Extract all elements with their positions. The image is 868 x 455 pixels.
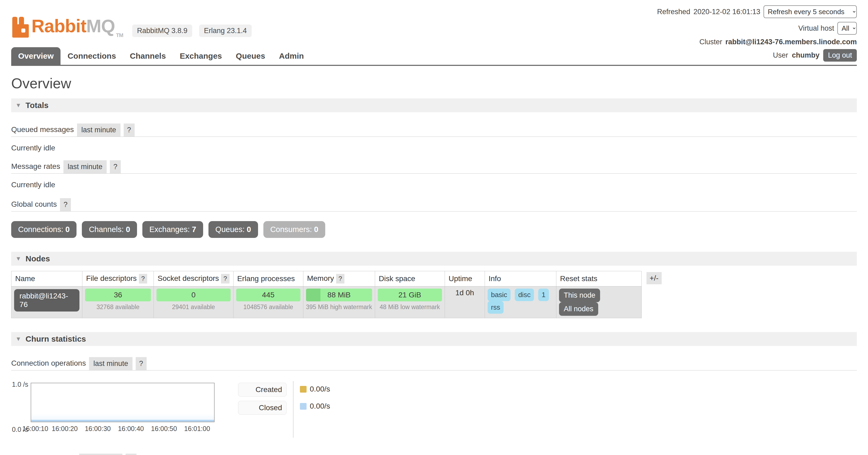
rabbitmq-logo[interactable]: RabbitMQTM RabbitMQ 3.8.9 Erlang 23.1.4 <box>11 8 252 46</box>
erlang-processes-bar: 445 <box>236 289 301 301</box>
x-tick: 16:00:10 <box>22 425 48 433</box>
virtual-host-select[interactable]: All <box>837 22 857 35</box>
x-tick: 16:00:50 <box>151 425 177 433</box>
connection-ops-plot-area <box>31 383 215 422</box>
connection-operations-chart: 1.0 /s 0.0 /s 16:00:10 16:00:20 16:00:30… <box>11 383 857 438</box>
connections-count-value: 0 <box>65 225 69 234</box>
created-swatch-icon <box>300 386 307 393</box>
disk-space-cell: 21 GiB 48 MiB low watermark <box>375 286 445 318</box>
queues-count-button[interactable]: Queues:0 <box>209 221 258 238</box>
connection-ops-x-axis: 16:00:10 16:00:20 16:00:30 16:00:40 16:0… <box>31 425 215 434</box>
cluster-label: Cluster <box>699 38 722 46</box>
memory-watermark: 395 MiB high watermark <box>306 301 372 311</box>
churn-section-header[interactable]: ▼ Churn statistics <box>11 332 857 346</box>
channel-ops-help-icon[interactable]: ? <box>126 454 136 455</box>
memory-help-icon[interactable]: ? <box>336 274 344 283</box>
closed-series-line <box>31 420 214 422</box>
created-rate-value: 0.00/s <box>310 385 330 393</box>
totals-section-header[interactable]: ▼ Totals <box>11 98 857 112</box>
socket-descriptors-available: 29401 available <box>156 301 230 311</box>
exchanges-count-button[interactable]: Exchanges:7 <box>142 221 203 238</box>
nodes-section-header[interactable]: ▼ Nodes <box>11 252 857 266</box>
memory-bar: 88 MiB <box>306 289 372 301</box>
x-tick: 16:00:40 <box>118 425 144 433</box>
file-descriptors-help-icon[interactable]: ? <box>139 274 147 283</box>
tab-admin[interactable]: Admin <box>272 47 311 65</box>
queued-messages-row: Queued messages last minute ? <box>11 123 857 137</box>
consumers-count-button[interactable]: Consumers:0 <box>264 221 325 238</box>
rates-last-minute-chip[interactable]: last minute <box>63 160 107 173</box>
rates-help-icon[interactable]: ? <box>110 160 121 173</box>
queues-count-label: Queues: <box>215 225 245 234</box>
legend-divider <box>293 381 293 438</box>
connection-ops-help-icon[interactable]: ? <box>136 357 147 370</box>
virtual-host-label: Virtual host <box>798 25 834 32</box>
rabbitmq-logo-icon <box>11 16 29 38</box>
collapse-triangle-icon: ▼ <box>16 335 21 342</box>
tab-connections[interactable]: Connections <box>61 47 123 65</box>
collapse-triangle-icon: ▼ <box>16 255 21 262</box>
reset-this-node-button[interactable]: This node <box>559 289 600 302</box>
channels-count-label: Channels: <box>89 225 124 234</box>
nodes-table-wrap: Name File descriptors? Socket descriptor… <box>11 271 857 318</box>
top-bar: RabbitMQTM RabbitMQ 3.8.9 Erlang 23.1.4 … <box>0 0 868 46</box>
connections-count-label: Connections: <box>18 225 63 234</box>
legend-created-button[interactable]: Created <box>238 383 286 397</box>
refreshed-line: Refreshed 2020-12-02 16:01:13 Refresh ev… <box>657 5 857 18</box>
logo-text-mq: MQ <box>86 16 115 36</box>
rabbitmq-logo-text: RabbitMQTM <box>31 16 123 38</box>
closed-rate-row: 0.00/s <box>300 400 330 413</box>
col-name: Name <box>11 271 82 286</box>
tab-queues[interactable]: Queues <box>229 47 272 65</box>
logout-button[interactable]: Log out <box>823 49 857 62</box>
connection-ops-legend: Created Closed 0.00/s 0.00/s <box>238 383 330 438</box>
memory-cell: 88 MiB 395 MiB high watermark <box>303 286 375 318</box>
node-name-badge[interactable]: rabbit@li1243-76 <box>14 289 80 311</box>
socket-descriptors-help-icon[interactable]: ? <box>221 274 229 283</box>
queues-count-value: 0 <box>247 225 251 234</box>
refreshed-label: Refreshed <box>657 8 690 16</box>
node-name-cell: rabbit@li1243-76 <box>11 286 82 318</box>
file-descriptors-cell: 36 32768 available <box>82 286 154 318</box>
column-toggle-button[interactable]: +/- <box>647 272 662 284</box>
page-title: Overview <box>11 75 857 91</box>
y-axis-max-label: 1.0 /s <box>11 381 28 388</box>
queued-idle-text: Currently idle <box>11 144 857 152</box>
consumers-count-label: Consumers: <box>270 225 312 234</box>
connections-count-button[interactable]: Connections:0 <box>11 221 76 238</box>
nodes-table: Name File descriptors? Socket descriptor… <box>11 271 642 318</box>
global-counts-label: Global counts <box>11 200 57 211</box>
totals-section-title: Totals <box>26 101 49 110</box>
version-badges: RabbitMQ 3.8.9 Erlang 23.1.4 <box>132 25 252 37</box>
queued-help-icon[interactable]: ? <box>124 123 135 136</box>
closed-rate-value: 0.00/s <box>310 402 330 411</box>
tab-exchanges[interactable]: Exchanges <box>173 47 229 65</box>
connection-ops-plot: 1.0 /s 0.0 /s 16:00:10 16:00:20 16:00:30… <box>11 383 215 438</box>
consumers-count-value: 0 <box>314 225 318 234</box>
x-tick: 16:01:00 <box>184 425 210 433</box>
tab-overview[interactable]: Overview <box>11 47 61 65</box>
churn-section-title: Churn statistics <box>26 334 86 343</box>
x-tick: 16:00:20 <box>52 425 78 433</box>
refresh-interval-select[interactable]: Refresh every 5 seconds <box>764 5 857 18</box>
tab-channels[interactable]: Channels <box>123 47 173 65</box>
channels-count-button[interactable]: Channels:0 <box>82 221 137 238</box>
node-row: rabbit@li1243-76 36 32768 available 0 29… <box>11 286 642 318</box>
reset-stats-cell: This node All nodes <box>556 286 642 318</box>
col-disk-space: Disk space <box>375 271 445 286</box>
channel-ops-last-minute-chip[interactable]: last minute <box>79 454 123 455</box>
legend-closed-button[interactable]: Closed <box>238 401 286 415</box>
file-descriptors-bar: 36 <box>85 289 151 301</box>
col-erlang-processes: Erlang processes <box>233 271 303 286</box>
refreshed-timestamp: 2020-12-02 16:01:13 <box>693 8 760 16</box>
rabbitmq-version-badge: RabbitMQ 3.8.9 <box>132 25 192 37</box>
erlang-processes-cell: 445 1048576 available <box>233 286 303 318</box>
connection-ops-last-minute-chip[interactable]: last minute <box>89 357 132 370</box>
message-rates-label: Message rates <box>11 162 60 173</box>
queued-last-minute-chip[interactable]: last minute <box>77 123 121 136</box>
erlang-version-badge: Erlang 23.1.4 <box>199 25 252 37</box>
col-socket-descriptors: Socket descriptors? <box>154 271 234 286</box>
logo-text-rabbit: Rabbit <box>31 16 86 36</box>
reset-all-nodes-button[interactable]: All nodes <box>559 302 598 316</box>
global-counts-help-icon[interactable]: ? <box>60 198 71 211</box>
